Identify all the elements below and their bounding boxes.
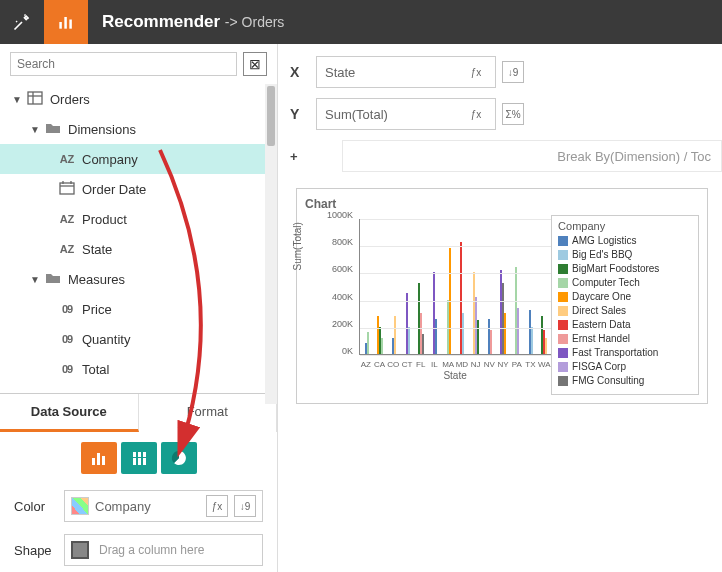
break-by-dropzone[interactable]: Break By(Dimension) / Toc — [342, 140, 722, 172]
type-icon: AZ — [56, 153, 78, 165]
type-icon: 09 — [56, 333, 78, 345]
tab-data-source[interactable]: Data Source — [0, 394, 139, 432]
svg-rect-1 — [64, 17, 67, 29]
legend-item: FMG Consulting — [558, 374, 692, 388]
tree-item-price[interactable]: 09Price — [0, 294, 277, 324]
svg-rect-14 — [138, 452, 141, 465]
wand-icon[interactable] — [0, 0, 44, 44]
type-icon: AZ — [56, 213, 78, 225]
chart-type-bar-button[interactable] — [81, 442, 117, 474]
tree-item-company[interactable]: AZCompany — [0, 144, 277, 174]
chart-type-stack-button[interactable] — [121, 442, 157, 474]
left-panel: ⊠ ▼ Orders ▼ Dimensions AZCompanyOrder D… — [0, 44, 278, 572]
tree-dimensions[interactable]: ▼ Dimensions — [0, 114, 277, 144]
legend-item: FISGA Corp — [558, 360, 692, 374]
y-axis-field[interactable]: Sum(Total)ƒx — [316, 98, 496, 130]
legend-item: AMG Logistics — [558, 234, 692, 248]
fx-icon[interactable]: ƒx — [206, 495, 228, 517]
svg-rect-0 — [59, 22, 62, 29]
type-icon: 09 — [56, 303, 78, 315]
chevron-down-icon: ▼ — [12, 94, 24, 105]
chart-plot[interactable]: Sum(Total) 0K200K400K600K800K1000K AZCAC… — [305, 215, 551, 375]
y-axis-label: Y — [290, 106, 316, 122]
svg-rect-15 — [143, 452, 146, 465]
shape-label: Shape — [14, 543, 54, 558]
color-label: Color — [14, 499, 54, 514]
chart-icon[interactable] — [44, 0, 88, 44]
chart-type-pie-button[interactable] — [161, 442, 197, 474]
type-icon: 09 — [56, 363, 78, 375]
chart-legend: Company AMG LogisticsBig Ed's BBQBigMart… — [551, 215, 699, 395]
legend-item: Daycare One — [558, 290, 692, 304]
chevron-down-icon: ▼ — [30, 124, 42, 135]
app-header: Recommender -> Orders — [0, 0, 722, 44]
shape-swatch-icon — [71, 541, 89, 559]
legend-item: Fast Transportation — [558, 346, 692, 360]
sort-icon[interactable]: ↓9 — [502, 61, 524, 83]
tree-item-quantity[interactable]: 09Quantity — [0, 324, 277, 354]
svg-rect-16 — [133, 457, 146, 458]
chart-title: Chart — [305, 197, 699, 211]
svg-rect-10 — [92, 458, 95, 465]
tree-root-orders[interactable]: ▼ Orders — [0, 84, 277, 114]
panel-tabs: Data Source Format — [0, 393, 277, 432]
type-icon — [56, 181, 78, 197]
shape-encoding-box[interactable]: Drag a column here — [64, 534, 263, 566]
svg-rect-11 — [97, 453, 100, 465]
sort-icon[interactable]: ↓9 — [234, 495, 256, 517]
tree-item-total[interactable]: 09Total — [0, 354, 277, 384]
chevron-down-icon: ▼ — [30, 274, 42, 285]
legend-item: BigMart Foodstores — [558, 262, 692, 276]
x-axis-label: X — [290, 64, 316, 80]
chart-panel: Chart Sum(Total) 0K200K400K600K800K1000K… — [296, 188, 708, 404]
tree-item-state[interactable]: AZState — [0, 234, 277, 264]
legend-item: Big Ed's BBQ — [558, 248, 692, 262]
x-axis-field[interactable]: Stateƒx — [316, 56, 496, 88]
type-icon: AZ — [56, 243, 78, 255]
svg-rect-6 — [60, 183, 74, 194]
page-title: Recommender -> Orders — [88, 12, 284, 32]
tab-format[interactable]: Format — [139, 394, 278, 432]
color-swatch-icon — [71, 497, 89, 515]
tree-item-product[interactable]: AZProduct — [0, 204, 277, 234]
field-tree: ▼ Orders ▼ Dimensions AZCompanyOrder Dat… — [0, 84, 277, 393]
legend-item: Eastern Data — [558, 318, 692, 332]
fx-icon[interactable]: ƒx — [465, 103, 487, 125]
tree-item-order-date[interactable]: Order Date — [0, 174, 277, 204]
color-encoding-box[interactable]: Company ƒx ↓9 — [64, 490, 263, 522]
sigma-icon[interactable]: Σ% — [502, 103, 524, 125]
scrollbar[interactable] — [265, 84, 277, 404]
svg-rect-12 — [102, 456, 105, 465]
svg-rect-13 — [133, 452, 136, 465]
search-input[interactable] — [10, 52, 237, 76]
folder-icon — [42, 122, 64, 136]
folder-icon — [42, 272, 64, 286]
fx-icon[interactable]: ƒx — [465, 61, 487, 83]
clear-search-icon[interactable]: ⊠ — [243, 52, 267, 76]
tree-measures[interactable]: ▼ Measures — [0, 264, 277, 294]
right-panel: X Stateƒx ↓9 Y Sum(Total)ƒx Σ% + Break B… — [278, 44, 722, 572]
legend-item: Computer Tech — [558, 276, 692, 290]
svg-rect-3 — [28, 92, 42, 104]
legend-item: Direct Sales — [558, 304, 692, 318]
svg-rect-2 — [69, 20, 72, 29]
legend-item: Ernst Handel — [558, 332, 692, 346]
